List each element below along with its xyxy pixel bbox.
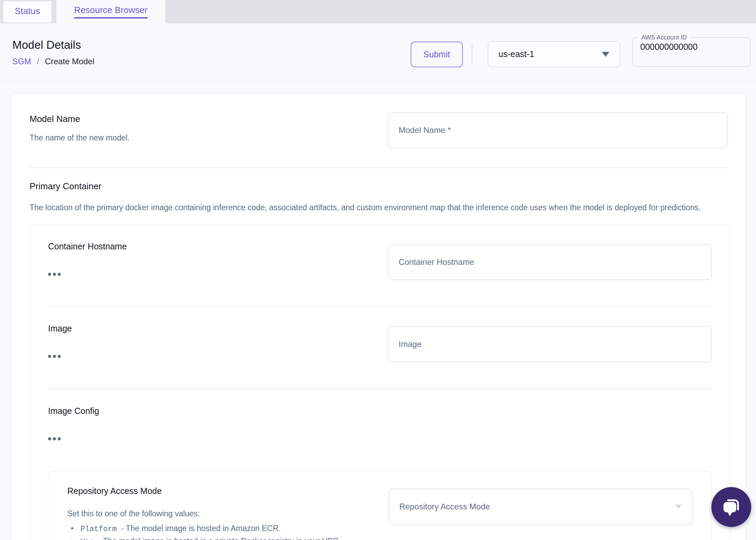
option-vpc: Vpc - The model image is hosted in a pri…	[71, 535, 341, 540]
model-name-description: The name of the new model.	[30, 133, 130, 143]
chevron-down-icon	[675, 505, 682, 509]
submit-button[interactable]: Submit	[411, 42, 463, 67]
tab-resource-browser[interactable]: Resource Browser	[56, 0, 165, 23]
breadcrumb: SGM / Create Model	[12, 57, 94, 66]
image-label: Image	[48, 324, 72, 334]
field-divider	[48, 306, 712, 307]
header-divider	[472, 45, 472, 65]
primary-container-description: The location of the primary docker image…	[30, 201, 728, 214]
tab-status-label: Status	[15, 6, 40, 18]
chat-widget-button[interactable]	[711, 487, 751, 527]
repository-access-mode-placeholder: Repository Access Mode	[399, 502, 675, 511]
chevron-down-icon	[602, 52, 609, 57]
container-hostname-left: Container Hostname	[48, 241, 127, 280]
tab-status[interactable]: Status	[3, 1, 51, 22]
model-name-input[interactable]	[388, 112, 728, 148]
image-left: Image	[48, 324, 72, 362]
image-input[interactable]	[388, 326, 712, 362]
repository-access-mode-left: Repository Access Mode Set this to one o…	[67, 486, 341, 540]
image-ellipsis-icon[interactable]	[48, 355, 62, 358]
model-details-card: Model Name The name of the new model. Pr…	[10, 93, 746, 540]
field-divider	[48, 388, 712, 389]
primary-container-box: Container Hostname Image Image Config	[30, 225, 730, 540]
tab-resource-browser-label: Resource Browser	[74, 5, 148, 19]
aws-account-id-input[interactable]	[633, 41, 750, 52]
image-config-ellipsis-icon[interactable]	[48, 437, 62, 440]
page-header: Model Details SGM / Create Model Submit …	[0, 23, 756, 82]
tab-bar: Status Resource Browser	[0, 0, 756, 23]
repository-access-mode-row: Repository Access Mode Set this to one o…	[67, 486, 692, 540]
repository-access-mode-description: Set this to one of the following values:	[67, 509, 341, 518]
breadcrumb-link-sgm[interactable]: SGM	[12, 57, 31, 66]
model-name-row: Model Name The name of the new model.	[11, 94, 745, 148]
container-hostname-label: Container Hostname	[48, 241, 127, 251]
region-select[interactable]: us-east-1	[488, 41, 620, 67]
chat-bubble-icon	[721, 496, 742, 518]
container-hostname-input[interactable]	[388, 244, 712, 280]
primary-container-heading: Primary Container	[30, 181, 726, 192]
image-config-section: Image Config Repository Access Mode Set …	[48, 406, 712, 540]
image-config-label: Image Config	[48, 406, 712, 416]
option-platform: Platform - The model image is hosted in …	[71, 522, 341, 535]
image-row: Image	[48, 324, 712, 362]
aws-account-id-field: AWS Account ID	[632, 34, 751, 67]
repository-access-mode-options-list: Platform - The model image is hosted in …	[71, 522, 341, 540]
region-select-value: us-east-1	[499, 49, 602, 59]
container-hostname-ellipsis-icon[interactable]	[48, 273, 62, 276]
section-divider	[30, 167, 728, 168]
breadcrumb-separator: /	[37, 57, 39, 66]
image-config-box: Repository Access Mode Set this to one o…	[48, 471, 712, 540]
aws-account-id-label: AWS Account ID	[638, 34, 690, 41]
breadcrumb-current: Create Model	[45, 57, 94, 66]
model-name-labels: Model Name The name of the new model.	[30, 114, 130, 148]
repository-access-mode-label: Repository Access Mode	[67, 486, 341, 496]
repository-access-mode-select[interactable]: Repository Access Mode	[389, 489, 692, 525]
page-title: Model Details	[12, 38, 81, 52]
container-hostname-row: Container Hostname	[48, 241, 712, 280]
model-name-heading: Model Name	[30, 114, 130, 124]
